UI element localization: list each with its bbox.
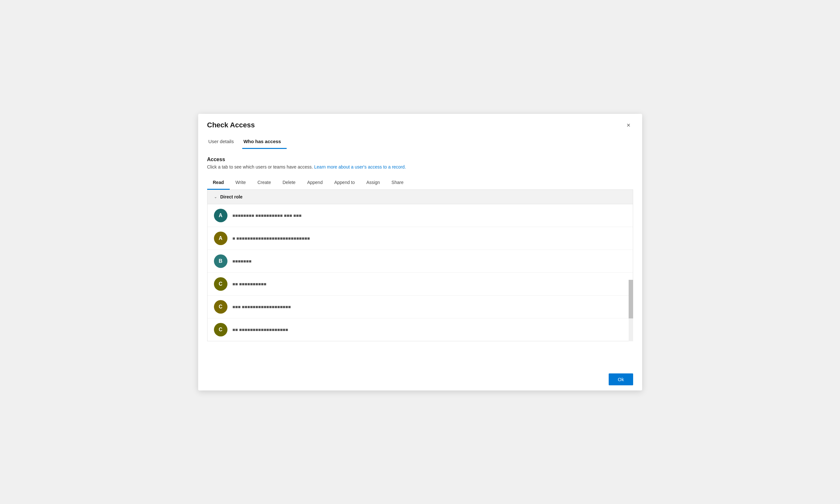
perm-tab-append-to[interactable]: Append to xyxy=(328,177,361,190)
avatar: A xyxy=(214,209,228,222)
user-name: ■■■■■■■■ ■■■■■■■■■■ ■■■ ■■■ xyxy=(233,213,302,218)
avatar: A xyxy=(214,232,228,245)
learn-more-link[interactable]: Learn more about a user's access to a re… xyxy=(314,164,406,169)
avatar: C xyxy=(214,277,228,291)
user-name: ■■■■■■■ xyxy=(233,258,252,264)
table-row: A ■■■■■■■■ ■■■■■■■■■■ ■■■ ■■■ xyxy=(208,204,633,227)
table-row: B ■■■■■■■ xyxy=(208,250,633,273)
dialog-title: Check Access xyxy=(207,121,255,129)
content-area: Access Click a tab to see which users or… xyxy=(198,149,642,368)
user-name: ■ ■■■■■■■■■■■■■■■■■■■■■■■■■■■ xyxy=(233,236,310,241)
permission-tabs: Read Write Create Delete Append Append t… xyxy=(207,177,633,190)
access-heading: Access xyxy=(207,157,633,162)
table-row: C ■■ ■■■■■■■■■■ xyxy=(208,273,633,295)
perm-tab-read[interactable]: Read xyxy=(207,177,230,190)
chevron-down-icon: ⌄ xyxy=(214,195,217,199)
table-row: C ■■■ ■■■■■■■■■■■■■■■■■■ xyxy=(208,295,633,319)
direct-role-label: Direct role xyxy=(220,194,243,199)
scrollbar-thumb[interactable] xyxy=(629,280,633,319)
access-description: Click a tab to see which users or teams … xyxy=(207,164,633,169)
direct-role-header[interactable]: ⌄ Direct role xyxy=(208,190,633,204)
user-name: ■■ ■■■■■■■■■■■■■■■■■■ xyxy=(233,327,288,332)
avatar: C xyxy=(214,323,228,337)
dialog-header: Check Access × xyxy=(198,114,642,130)
perm-tab-share[interactable]: Share xyxy=(386,177,409,190)
close-button[interactable]: × xyxy=(624,120,633,130)
perm-tab-delete[interactable]: Delete xyxy=(277,177,301,190)
perm-tab-append[interactable]: Append xyxy=(301,177,328,190)
table-row: A ■ ■■■■■■■■■■■■■■■■■■■■■■■■■■■ xyxy=(208,227,633,250)
direct-role-list: ⌄ Direct role A ■■■■■■■■ ■■■■■■■■■■ ■■■ … xyxy=(207,190,633,341)
avatar: B xyxy=(214,254,228,268)
main-tabs: User details Who has access xyxy=(198,130,642,149)
table-row: C ■■ ■■■■■■■■■■■■■■■■■■ xyxy=(208,319,633,341)
dialog-footer: Ok xyxy=(198,368,642,391)
ok-button[interactable]: Ok xyxy=(609,374,633,385)
tab-who-has-access[interactable]: Who has access xyxy=(242,136,287,149)
user-name: ■■ ■■■■■■■■■■ xyxy=(233,282,266,287)
users-list-wrapper: ⌄ Direct role A ■■■■■■■■ ■■■■■■■■■■ ■■■ … xyxy=(207,190,633,341)
avatar: C xyxy=(214,300,228,313)
check-access-dialog: Check Access × User details Who has acce… xyxy=(198,114,642,391)
perm-tab-assign[interactable]: Assign xyxy=(361,177,386,190)
perm-tab-create[interactable]: Create xyxy=(252,177,277,190)
user-name: ■■■ ■■■■■■■■■■■■■■■■■■ xyxy=(233,304,291,309)
scrollbar-track[interactable] xyxy=(629,280,633,341)
tab-user-details[interactable]: User details xyxy=(207,136,240,149)
perm-tab-write[interactable]: Write xyxy=(230,177,252,190)
